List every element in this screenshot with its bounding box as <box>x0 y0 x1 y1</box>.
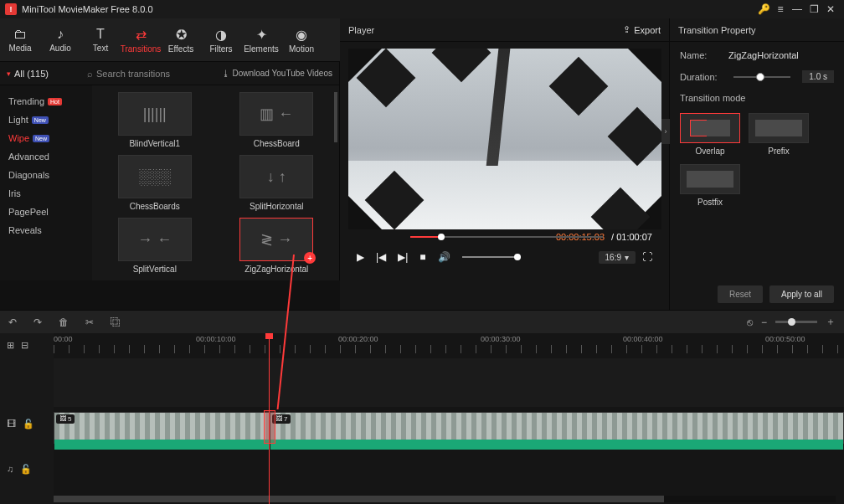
tab-media[interactable]: 🗀Media <box>0 18 40 61</box>
tab-motion-label: Motion <box>289 44 314 54</box>
redo-button[interactable]: ↷ <box>33 316 42 328</box>
add-transition-button[interactable]: + <box>304 252 316 264</box>
category-reveals[interactable]: Reveals <box>0 221 92 239</box>
folder-icon: 🗀 <box>13 27 27 42</box>
tab-transitions[interactable]: ⇄Transitions <box>121 18 161 61</box>
seek-bar[interactable] <box>410 236 603 238</box>
tab-effects-label: Effects <box>168 44 193 54</box>
clip-2[interactable]: 🖼7 <box>270 412 844 444</box>
mode-prefix[interactable]: Prefix <box>749 113 809 156</box>
tab-audio[interactable]: ♪Audio <box>40 18 80 61</box>
category-diagonals[interactable]: Diagonals <box>0 166 92 184</box>
transition-splithorizontal[interactable]: ↓ ↑SplitHorizontal <box>221 155 333 211</box>
audio-level-icon[interactable]: ⎋ <box>747 316 753 328</box>
category-trending[interactable]: TrendingHot <box>0 92 92 111</box>
split-button[interactable]: ✂ <box>85 316 94 328</box>
undo-button[interactable]: ↶ <box>8 316 17 328</box>
ruler-mark: 00:00:30:00 <box>481 335 521 343</box>
tab-text[interactable]: TText <box>80 18 121 61</box>
duration-value[interactable]: 1.0 s <box>802 70 834 83</box>
zoom-slider[interactable] <box>775 321 817 323</box>
transition-label: SplitHorizontal <box>250 202 303 211</box>
grid-scrollbar[interactable] <box>334 92 337 142</box>
volume-icon[interactable]: 🔊 <box>438 251 450 263</box>
video-lock-button[interactable]: 🔓 <box>23 419 34 429</box>
download-label: Download YouTube Videos <box>232 69 332 78</box>
category-wipe[interactable]: WipeNew <box>0 129 92 147</box>
audio-track-icon: ♫ <box>7 464 13 475</box>
clip-2-count: 7 <box>284 415 287 423</box>
transition-splitvertical[interactable]: → ←SplitVertical <box>99 218 211 274</box>
fullscreen-button[interactable]: ⛶ <box>642 251 652 263</box>
mode-overlap[interactable]: Overlap <box>680 113 740 156</box>
mode-prefix-label: Prefix <box>768 147 790 156</box>
close-icon[interactable]: ✕ <box>822 1 839 18</box>
duration-slider[interactable] <box>733 76 790 78</box>
mode-postfix[interactable]: Postfix <box>680 164 740 207</box>
maximize-icon[interactable]: ❐ <box>805 1 822 18</box>
apply-to-all-button[interactable]: Apply to all <box>769 285 834 303</box>
tab-elements[interactable]: ✦Elements <box>241 18 281 61</box>
download-youtube-link[interactable]: ⭳ Download YouTube Videos <box>218 69 332 78</box>
tab-filters-label: Filters <box>209 44 232 54</box>
tab-motion[interactable]: ◉Motion <box>281 18 322 61</box>
transitions-icon: ⇄ <box>136 27 147 43</box>
clip-1[interactable]: 🖼5 <box>54 412 270 444</box>
transition-handle[interactable] <box>264 410 275 444</box>
export-button[interactable]: ⇪Export <box>623 24 661 35</box>
category-advanced[interactable]: Advanced <box>0 147 92 166</box>
search-transitions[interactable]: ⌕Search transitions <box>87 69 213 79</box>
aspect-ratio-select[interactable]: 16:9▾ <box>599 251 636 264</box>
mode-postfix-label: Postfix <box>697 198 723 207</box>
transition-name-value: ZigZagHorizontal <box>728 50 799 60</box>
tab-transitions-label: Transitions <box>121 44 162 54</box>
zoom-in-button[interactable]: ＋ <box>826 315 836 329</box>
search-icon: ⌕ <box>87 69 93 79</box>
delete-button[interactable]: 🗑 <box>59 316 69 328</box>
category-all[interactable]: All (115) <box>14 69 49 79</box>
prev-frame-button[interactable]: |◀ <box>376 251 386 263</box>
clip-1-count: 5 <box>68 415 71 423</box>
stop-button[interactable]: ■ <box>419 251 425 263</box>
volume-slider[interactable] <box>462 256 521 258</box>
audio-lock-button[interactable]: 🔓 <box>20 464 32 475</box>
category-iris[interactable]: Iris <box>0 184 92 203</box>
transition-zigzaghorizontal[interactable]: ≷ →+ZigZagHorizontal <box>221 218 333 274</box>
transition-chessboards[interactable]: ░░░ChessBoards <box>99 155 211 211</box>
filters-icon: ◑ <box>215 27 227 43</box>
transition-label: ChessBoard <box>254 139 300 148</box>
category-light[interactable]: LightNew <box>0 111 92 129</box>
player-title: Player <box>348 25 374 35</box>
motion-icon: ◉ <box>296 27 307 43</box>
export-icon: ⇪ <box>623 24 630 35</box>
transition-blindvertical1[interactable]: ||||||BlindVertical1 <box>99 92 211 148</box>
transition-label: SplitVertical <box>133 265 177 274</box>
reset-button[interactable]: Reset <box>718 285 763 303</box>
license-key-icon[interactable]: 🔑 <box>755 1 772 18</box>
track-spacer <box>54 358 844 407</box>
chevron-down-icon: ▾ <box>7 69 11 78</box>
zoom-out-button[interactable]: − <box>761 316 767 328</box>
category-pagepeel[interactable]: PagePeel <box>0 203 92 221</box>
download-icon: ⭳ <box>222 69 230 78</box>
tab-media-label: Media <box>8 44 31 53</box>
aspect-value: 16:9 <box>605 253 621 262</box>
next-frame-button[interactable]: ▶| <box>398 251 408 263</box>
track-collapse-button[interactable]: ⊟ <box>21 340 28 351</box>
play-button[interactable]: ▶ <box>357 251 364 263</box>
chevron-down-icon: ▾ <box>625 253 629 262</box>
tab-text-label: Text <box>93 44 108 53</box>
tab-effects[interactable]: ✪Effects <box>161 18 201 61</box>
search-placeholder: Search transitions <box>96 69 170 79</box>
collapse-panel-button[interactable]: › <box>661 119 670 144</box>
text-icon: T <box>96 27 105 42</box>
menu-icon[interactable]: ≡ <box>772 1 789 18</box>
timeline-scrollbar[interactable] <box>54 496 836 502</box>
video-track[interactable]: 🖼5 🖼7 <box>54 407 844 455</box>
transition-label: ZigZagHorizontal <box>244 265 308 274</box>
minimize-icon[interactable]: — <box>789 1 805 18</box>
tab-filters[interactable]: ◑Filters <box>201 18 241 61</box>
crop-button[interactable]: ⿻ <box>111 316 121 328</box>
transition-chessboard[interactable]: ▥ ←ChessBoard <box>221 92 333 148</box>
add-track-button[interactable]: ⊞ <box>7 340 14 351</box>
